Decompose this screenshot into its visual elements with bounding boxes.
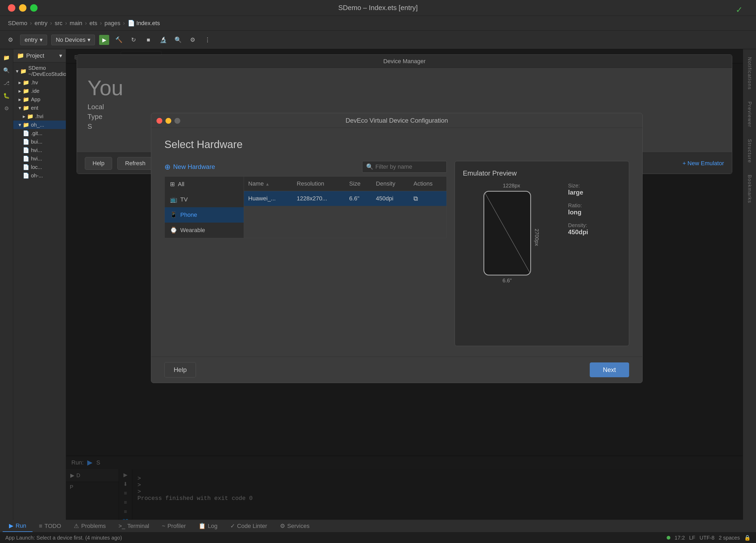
vdc-next-button[interactable]: Next xyxy=(590,362,629,377)
sync-icon[interactable]: ↻ xyxy=(128,35,139,45)
main-layout: 📁 🔍 ⎇ 🐛 ⚙ 📁 Project ▾ ▾ 📁 SDemo ~/DevEco… xyxy=(0,49,756,543)
sidebar-item-notifications[interactable]: Notifications xyxy=(744,52,755,95)
run-button[interactable]: ▶ xyxy=(99,35,109,45)
preview-area: 1228px xyxy=(463,183,621,284)
tree-item-app[interactable]: ▸ 📁 App xyxy=(13,95,66,104)
type-item-all[interactable]: ⊞ All xyxy=(165,177,244,192)
search-box[interactable]: 🔍 xyxy=(362,161,447,173)
col-density[interactable]: Density xyxy=(372,177,409,191)
folder-icon: 📁 xyxy=(27,113,34,119)
dm-help-button[interactable]: Help xyxy=(85,157,112,170)
col-name[interactable]: Name ▲ xyxy=(244,177,293,191)
tree-item-ide[interactable]: ▸ 📁 .ide xyxy=(13,87,66,95)
file-icon: 📄 xyxy=(23,139,29,145)
col-resolution[interactable]: Resolution xyxy=(293,177,345,191)
search-icon[interactable]: 🔍 xyxy=(173,35,183,45)
expand-icon: ▾ xyxy=(19,105,21,111)
sidebar-item-project[interactable]: 📁 xyxy=(1,52,12,63)
copy-action-icon[interactable]: ⧉ xyxy=(413,195,418,202)
status-line-ending: LF xyxy=(689,535,695,541)
lock-icon: 🔒 xyxy=(744,535,751,541)
vdc-help-button[interactable]: Help xyxy=(164,362,196,378)
tree-item-build[interactable]: 📄 bui... xyxy=(13,137,66,146)
type-item-phone[interactable]: 📱 Phone xyxy=(165,207,244,223)
type-item-tv[interactable]: 📺 TV xyxy=(165,192,244,207)
profile-icon[interactable]: 🔬 xyxy=(158,35,168,45)
tree-item-label: bui... xyxy=(31,139,42,145)
type-item-wearable[interactable]: ⌚ Wearable xyxy=(165,223,244,238)
breadcrumb-item[interactable]: SDemo xyxy=(8,20,27,27)
tree-item-loc[interactable]: 📄 loc... xyxy=(13,163,66,171)
tv-icon: 📺 xyxy=(170,196,177,203)
tab-services[interactable]: ⚙ Services xyxy=(274,521,316,532)
tab-todo[interactable]: ≡ TODO xyxy=(33,521,67,532)
linter-tab-label: Code Linter xyxy=(237,523,267,530)
stop-icon[interactable]: ■ xyxy=(143,35,154,45)
new-hardware-label: New Hardware xyxy=(173,163,215,171)
tab-terminal[interactable]: >_ Terminal xyxy=(112,521,155,532)
bottom-tabs: ▶ Run ≡ TODO ⚠ Problems >_ Terminal ~ Pr… xyxy=(0,520,756,532)
project-panel-header[interactable]: 📁 Project ▾ xyxy=(13,49,66,62)
refresh-button[interactable]: Refresh xyxy=(117,157,153,170)
tab-profiler[interactable]: ~ Profiler xyxy=(156,521,192,532)
entry-label: entry xyxy=(25,36,38,43)
tab-code-linter[interactable]: ✓ Code Linter xyxy=(224,521,274,532)
profiler-tab-label: Profiler xyxy=(167,523,186,530)
folder-icon: 📁 xyxy=(23,88,29,94)
col-size[interactable]: Size xyxy=(345,177,372,191)
more-icon[interactable]: ⋮ xyxy=(202,35,213,45)
hw-table: Name ▲ Resolution xyxy=(244,177,446,206)
settings-icon[interactable]: ⚙ xyxy=(5,35,16,45)
breadcrumb-item[interactable]: pages xyxy=(104,20,120,27)
hw-table-col: Name ▲ Resolution xyxy=(244,177,446,238)
tree-item-oh[interactable]: ▾ 📁 oh_... xyxy=(13,121,66,129)
breadcrumb-item[interactable]: main xyxy=(70,20,82,27)
tab-problems[interactable]: ⚠ Problems xyxy=(67,521,112,532)
sidebar-item-bookmarks[interactable]: Bookmarks xyxy=(744,169,755,209)
tree-item-sub[interactable]: ▸ 📁 .hvi xyxy=(13,112,66,121)
build-icon[interactable]: 🔨 xyxy=(113,35,124,45)
tree-item-hvi2[interactable]: 📄 hvi... xyxy=(13,154,66,163)
col-actions: Actions xyxy=(409,177,446,191)
breadcrumb-item[interactable]: src xyxy=(55,20,62,27)
sidebar-item-structure[interactable]: Structure xyxy=(744,134,755,168)
minimize-button[interactable] xyxy=(19,4,26,12)
tree-item-label: oh-... xyxy=(31,173,43,179)
new-hardware-button[interactable]: ⊕ New Hardware xyxy=(164,163,215,171)
tab-run[interactable]: ▶ Run xyxy=(3,520,33,532)
tree-item-hv[interactable]: ▸ 📁 .hv xyxy=(13,78,66,87)
search-input[interactable] xyxy=(375,163,443,170)
vdc-footer: Help Next xyxy=(151,357,642,383)
project-panel: 📁 Project ▾ ▾ 📁 SDemo ~/DevEcoStudioProj… xyxy=(13,49,66,543)
project-icon: 📁 xyxy=(17,52,24,59)
tree-item-hvi[interactable]: 📄 hvi... xyxy=(13,146,66,154)
settings-icon-2[interactable]: ⚙ xyxy=(187,35,198,45)
device-selector[interactable]: No Devices ▾ xyxy=(51,35,95,45)
tree-item-oh2[interactable]: 📄 oh-... xyxy=(13,171,66,180)
type-label: All xyxy=(178,181,184,188)
chevron-down-icon: ▾ xyxy=(59,52,62,59)
width-label: 1228px xyxy=(503,183,520,189)
cell-actions[interactable]: ⧉ xyxy=(409,191,446,206)
maximize-button[interactable] xyxy=(30,4,38,12)
sidebar-item-git[interactable]: ⎇ xyxy=(1,77,12,89)
sidebar-item-search[interactable]: 🔍 xyxy=(1,65,12,76)
search-icon: 🔍 xyxy=(366,163,373,170)
breadcrumb-item[interactable]: entry xyxy=(35,20,48,27)
breadcrumb-item[interactable]: 📄 Index.ets xyxy=(128,20,160,27)
entry-selector[interactable]: entry ▾ xyxy=(20,35,47,45)
tree-item-label: App xyxy=(31,96,40,103)
new-emulator-button[interactable]: + New Emulator xyxy=(683,160,724,167)
sidebar-item-debug[interactable]: 🐛 xyxy=(1,90,12,102)
tree-item-sdemo[interactable]: ▾ 📁 SDemo ~/DevEcoStudioProjects/SDemo xyxy=(13,64,66,78)
breadcrumb-item[interactable]: ets xyxy=(90,20,97,27)
close-button[interactable] xyxy=(8,4,15,12)
tree-item-entry[interactable]: ▾ 📁 ent xyxy=(13,104,66,112)
tab-log[interactable]: 📋 Log xyxy=(192,521,224,532)
profiler-tab-icon: ~ xyxy=(162,523,165,530)
toolbar: ⚙ entry ▾ No Devices ▾ ▶ 🔨 ↻ ■ 🔬 🔍 ⚙ ⋮ ✓ xyxy=(0,31,756,49)
sidebar-item-previewer[interactable]: Previewer xyxy=(744,96,755,133)
table-row[interactable]: Huawei_... 1228x270... 6.6" 450dpi ⧉ xyxy=(244,191,446,206)
sidebar-item-settings[interactable]: ⚙ xyxy=(1,103,12,114)
tree-item-git[interactable]: 📄 .git... xyxy=(13,129,66,137)
